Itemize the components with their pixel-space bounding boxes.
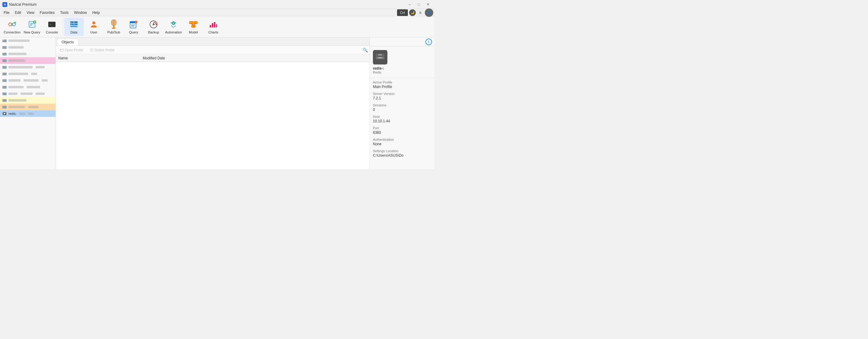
app-logo: N	[2, 2, 7, 7]
svg-rect-64	[2, 73, 7, 75]
sidebar-label-5	[8, 66, 33, 68]
sidebar-item-10[interactable]	[0, 97, 56, 104]
title-bar-left: N Navicat Premium	[2, 2, 36, 7]
svg-rect-63	[2, 66, 7, 69]
sidebar-label-9c	[36, 93, 45, 95]
svg-rect-54	[212, 23, 213, 27]
user-avatar[interactable]: 👤	[425, 8, 433, 17]
sidebar-item-redis[interactable]: redis-	[0, 110, 56, 117]
app-title: Navicat Premium	[9, 2, 36, 7]
sessions-label: Sessions	[373, 103, 431, 107]
new-query-button[interactable]: New Query	[22, 18, 42, 36]
backup-icon	[149, 20, 158, 29]
search-button[interactable]: 🔍	[363, 47, 368, 53]
automation-button[interactable]: Automation	[164, 18, 183, 36]
backup-button[interactable]: Backup	[144, 18, 163, 36]
svg-rect-61	[2, 53, 7, 56]
new-query-icon	[27, 20, 37, 29]
svg-text:>_: >_	[50, 23, 53, 27]
sidebar-item-11[interactable]	[0, 104, 56, 110]
sidebar-label-11b	[28, 106, 39, 108]
sidebar-item-7[interactable]	[0, 77, 56, 84]
svg-rect-62	[2, 59, 7, 62]
console-icon: >_	[47, 20, 57, 29]
svg-rect-50	[192, 25, 195, 27]
svg-rect-59	[2, 39, 4, 40]
user-button[interactable]: User	[84, 18, 103, 36]
sidebar-item-1[interactable]	[0, 37, 56, 44]
right-panel: i redis-: Redis Active Profile Main Prof…	[370, 37, 434, 169]
col-date-header: Modified Date	[143, 56, 203, 60]
data-button[interactable]: Data	[64, 18, 84, 36]
menu-view[interactable]: View	[24, 10, 37, 15]
model-button[interactable]: Model	[184, 18, 203, 36]
console-button[interactable]: >_ Console	[42, 18, 62, 36]
svg-rect-69	[2, 106, 7, 108]
menu-window[interactable]: Window	[71, 10, 89, 15]
connection-type: Redis	[373, 70, 431, 74]
server-version-value: 7.2.1	[373, 96, 431, 100]
automation-icon	[169, 20, 178, 29]
toolbar-sep-1	[63, 19, 63, 34]
tab-objects[interactable]: Objects	[57, 39, 79, 45]
folder-icon	[2, 39, 7, 43]
sidebar-item-6[interactable]	[0, 70, 56, 77]
svg-rect-67	[2, 93, 7, 95]
hamburger-menu-button[interactable]: ≡	[417, 9, 424, 16]
sidebar-item-3[interactable]	[0, 50, 56, 57]
svg-rect-60	[2, 46, 7, 49]
content-area: Objects Open Profile Delete Profile 🔍	[56, 37, 370, 169]
menu-file[interactable]: File	[1, 10, 12, 15]
delete-profile-button[interactable]: Delete Profile	[88, 47, 117, 53]
svg-rect-44	[175, 22, 176, 24]
menu-help[interactable]: Help	[90, 10, 102, 15]
model-label: Model	[189, 30, 198, 34]
sidebar-label-4	[8, 59, 25, 62]
connection-db-icon	[373, 50, 388, 65]
port-value: 6380	[373, 131, 431, 135]
connection-button[interactable]: Connection	[2, 18, 22, 36]
user-icon	[89, 20, 99, 29]
pubsub-icon	[109, 20, 119, 29]
svg-rect-66	[2, 86, 7, 89]
query-button[interactable]: ! Query	[124, 18, 143, 36]
open-profile-button[interactable]: Open Profile	[58, 47, 86, 53]
user-initials-button[interactable]: CH	[397, 9, 408, 16]
sidebar-label-5b	[36, 66, 45, 68]
redis-icon	[2, 111, 7, 116]
charts-button[interactable]: Charts	[204, 18, 223, 36]
host-row: Host 10.10.1.44	[373, 115, 431, 123]
server-version-row: Server Version 7.2.1	[373, 92, 431, 100]
sidebar-item-4[interactable]	[0, 57, 56, 64]
close-button[interactable]: ✕	[424, 1, 432, 7]
open-folder-icon	[60, 48, 64, 52]
sidebar-item-2[interactable]	[0, 44, 56, 50]
folder-icon	[2, 92, 7, 96]
svg-rect-42	[173, 21, 174, 22]
sidebar-item-9[interactable]	[0, 91, 56, 97]
sidebar-item-5[interactable]	[0, 64, 56, 70]
maximize-button[interactable]: □	[414, 1, 423, 7]
charts-icon	[209, 20, 218, 29]
connection-icon	[7, 20, 17, 29]
settings-location-row: Settings Location C:\Users\ASUS\Do	[373, 149, 431, 158]
minimize-button[interactable]: ─	[405, 1, 414, 7]
menu-edit[interactable]: Edit	[12, 10, 24, 15]
redis-db-icon	[375, 52, 385, 63]
content-body	[56, 62, 370, 169]
table-header: Name Modified Date	[56, 54, 370, 62]
folder-icon	[2, 65, 7, 69]
sidebar-label-8b	[27, 86, 40, 88]
svg-rect-48	[189, 22, 193, 24]
pubsub-button[interactable]: Pub/Sub	[104, 18, 123, 36]
sidebar-item-8[interactable]	[0, 84, 56, 91]
menu-favorites[interactable]: Favorites	[37, 10, 57, 15]
info-icon-button[interactable]: i	[425, 39, 432, 45]
delete-icon	[90, 48, 94, 52]
svg-point-22	[92, 22, 95, 25]
svg-rect-27	[113, 26, 114, 28]
menu-tools[interactable]: Tools	[58, 10, 71, 15]
dark-mode-toggle[interactable]: 🌙	[409, 9, 416, 16]
authentication-row: Authentication None	[373, 138, 431, 146]
svg-point-0	[9, 23, 12, 26]
